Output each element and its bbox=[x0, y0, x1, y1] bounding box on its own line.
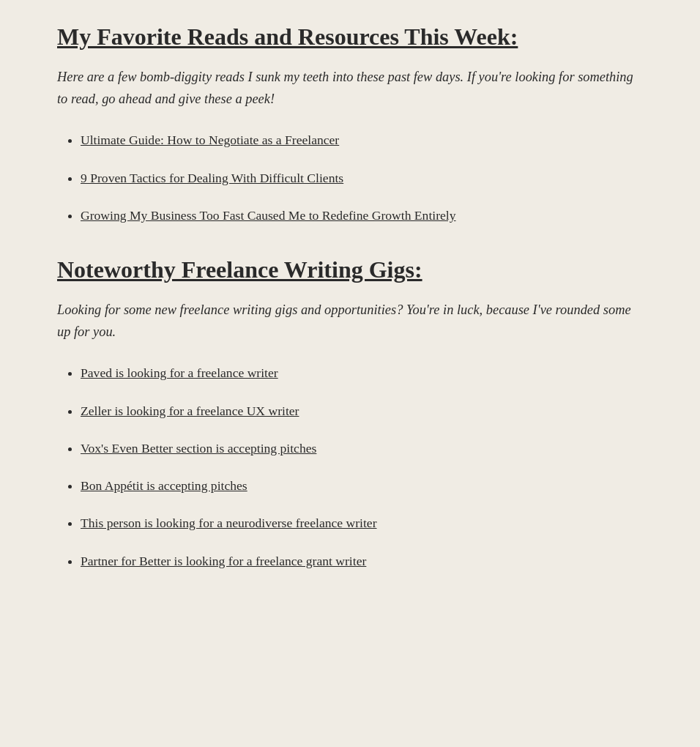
link-difficult-clients[interactable]: 9 Proven Tactics for Dealing With Diffic… bbox=[81, 171, 343, 185]
list-item: This person is looking for a neurodivers… bbox=[81, 513, 643, 533]
link-vox[interactable]: Vox's Even Better section is accepting p… bbox=[81, 441, 316, 456]
freelance-gigs-heading: Noteworthy Freelance Writing Gigs: bbox=[57, 255, 643, 286]
reads-resources-heading: My Favorite Reads and Resources This Wee… bbox=[57, 22, 643, 53]
freelance-gigs-list: Paved is looking for a freelance writer … bbox=[57, 363, 643, 571]
page-content: My Favorite Reads and Resources This Wee… bbox=[57, 22, 643, 571]
link-growing-business[interactable]: Growing My Business Too Fast Caused Me t… bbox=[81, 208, 456, 223]
list-item: Paved is looking for a freelance writer bbox=[81, 363, 643, 383]
link-partner-better[interactable]: Partner for Better is looking for a free… bbox=[81, 554, 366, 568]
link-negotiate[interactable]: Ultimate Guide: How to Negotiate as a Fr… bbox=[81, 133, 339, 147]
list-item: Ultimate Guide: How to Negotiate as a Fr… bbox=[81, 130, 643, 150]
freelance-gigs-section: Noteworthy Freelance Writing Gigs: Looki… bbox=[57, 255, 643, 571]
list-item: Partner for Better is looking for a free… bbox=[81, 551, 643, 571]
freelance-gigs-intro: Looking for some new freelance writing g… bbox=[57, 299, 643, 343]
list-item: 9 Proven Tactics for Dealing With Diffic… bbox=[81, 168, 643, 188]
link-paved[interactable]: Paved is looking for a freelance writer bbox=[81, 365, 278, 380]
reads-resources-list: Ultimate Guide: How to Negotiate as a Fr… bbox=[57, 130, 643, 226]
reads-resources-intro: Here are a few bomb-diggity reads I sunk… bbox=[57, 66, 643, 111]
list-item: Vox's Even Better section is accepting p… bbox=[81, 439, 643, 458]
link-neurodiverse[interactable]: This person is looking for a neurodivers… bbox=[81, 516, 377, 530]
list-item: Bon Appétit is accepting pitches bbox=[81, 476, 643, 496]
link-bon-appetit[interactable]: Bon Appétit is accepting pitches bbox=[81, 478, 247, 493]
list-item: Zeller is looking for a freelance UX wri… bbox=[81, 401, 643, 421]
link-zeller[interactable]: Zeller is looking for a freelance UX wri… bbox=[81, 404, 299, 418]
list-item: Growing My Business Too Fast Caused Me t… bbox=[81, 206, 643, 226]
reads-resources-section: My Favorite Reads and Resources This Wee… bbox=[57, 22, 643, 226]
